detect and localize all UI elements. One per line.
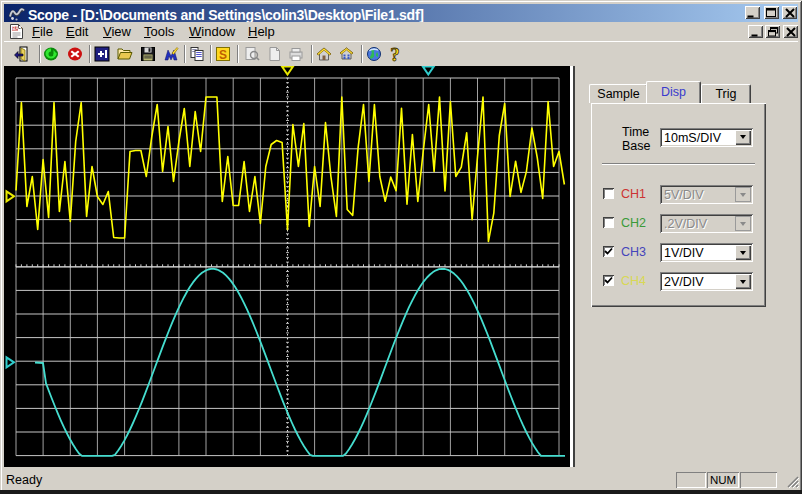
svg-text:S: S bbox=[219, 48, 227, 62]
svg-text:?: ? bbox=[390, 46, 400, 62]
svg-text:BAS: BAS bbox=[12, 26, 22, 31]
